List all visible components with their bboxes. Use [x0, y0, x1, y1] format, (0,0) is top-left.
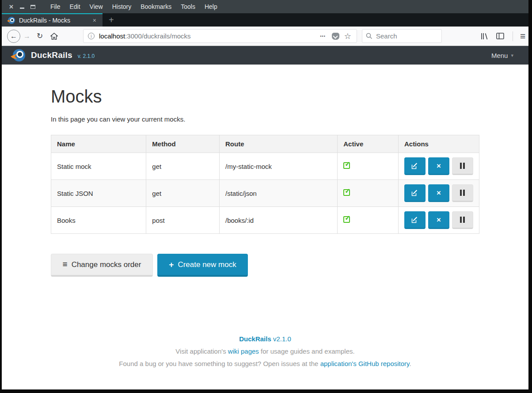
table-row: Books post /books/:id ✓ ✕ [51, 207, 479, 234]
reload-icon[interactable]: ↻ [34, 31, 46, 41]
cell-active: ✓ [338, 207, 399, 234]
edit-mock-button[interactable] [404, 184, 426, 202]
edit-icon [411, 190, 418, 196]
search-box[interactable] [362, 29, 442, 43]
sidebar-toggle-icon[interactable] [492, 33, 508, 39]
edit-mock-button[interactable] [404, 157, 426, 175]
footer: DuckRails v2.1.0 Visit application's wik… [51, 333, 479, 370]
page-title: Mocks [51, 87, 479, 107]
cell-actions: ✕ [398, 180, 479, 207]
footer-text: Found a bug or you have something to sug… [119, 360, 320, 367]
favicon-duckrails [7, 17, 15, 24]
page-subtitle: In this page you can view your current m… [51, 115, 479, 123]
chevron-down-icon: ▾ [511, 53, 513, 58]
cell-name: Static JSON [51, 180, 146, 207]
cell-method: get [146, 180, 220, 207]
footer-version-link[interactable]: v2.1.0 [273, 335, 291, 343]
browser-window: ✕ File Edit View History Bookmarks Tools… [0, 0, 532, 393]
url-bar[interactable]: i localhost:3000/duckrails/mocks ••• ☆ [83, 29, 357, 43]
footer-brand-link[interactable]: DuckRails [239, 335, 271, 343]
navbar-menu-dropdown[interactable]: Menu ▾ [491, 52, 520, 59]
create-new-mock-button[interactable]: + Create new mock [157, 254, 248, 277]
url-host: localhost [99, 32, 125, 40]
browser-menu-icon[interactable]: ≡ [517, 31, 528, 42]
url-text: localhost:3000/duckrails/mocks [99, 32, 317, 40]
cell-route: /static/json [219, 180, 337, 207]
menu-file[interactable]: File [50, 3, 61, 10]
new-tab-button[interactable]: + [103, 13, 120, 27]
cell-method: get [146, 153, 220, 180]
cell-name: Static mock [51, 153, 146, 180]
back-icon[interactable]: ← [7, 30, 20, 43]
menu-tools[interactable]: Tools [181, 3, 195, 10]
tab-bar: DuckRails - Mocks × + [2, 13, 528, 27]
cell-actions: ✕ [398, 153, 479, 180]
cell-name: Books [51, 207, 146, 234]
pause-mock-button[interactable] [452, 184, 473, 202]
menu-help[interactable]: Help [205, 3, 217, 10]
duckrails-logo[interactable] [11, 49, 25, 62]
minimize-window-icon[interactable] [20, 8, 24, 9]
footer-issues-line: Found a bug or you have something to sug… [51, 358, 479, 370]
app-version: v. 2.1.0 [78, 53, 95, 59]
table-actions-row: ≡ Change mocks order + Create new mock [51, 254, 479, 277]
header-method: Method [146, 135, 220, 153]
header-name: Name [51, 135, 146, 153]
toolbar-right: ≡ [476, 31, 528, 42]
cell-route: /books/:id [219, 207, 337, 234]
app-navbar: DuckRails v. 2.1.0 Menu ▾ [2, 46, 528, 65]
menu-view[interactable]: View [90, 3, 103, 10]
header-route: Route [219, 135, 337, 153]
change-mocks-order-button[interactable]: ≡ Change mocks order [51, 254, 153, 277]
tab-close-icon[interactable]: × [90, 17, 99, 24]
delete-mock-button[interactable]: ✕ [428, 184, 449, 202]
table-row: Static JSON get /static/json ✓ ✕ [51, 180, 479, 207]
cell-actions: ✕ [398, 207, 479, 234]
active-checkbox[interactable]: ✓ [343, 216, 350, 223]
tab-title: DuckRails - Mocks [19, 17, 90, 24]
maximize-window-icon[interactable] [30, 5, 35, 9]
footer-text: . [409, 360, 411, 367]
search-icon [366, 33, 372, 39]
tab-duckrails-mocks[interactable]: DuckRails - Mocks × [2, 13, 103, 27]
cell-active: ✓ [338, 153, 399, 180]
create-mock-label: Create new mock [178, 260, 236, 269]
edit-mock-button[interactable] [404, 211, 426, 229]
pause-mock-button[interactable] [452, 211, 473, 229]
table-row: Static mock get /my-static-mock ✓ ✕ [51, 153, 479, 180]
page-content: Mocks In this page you can view your cur… [2, 65, 528, 389]
site-info-icon[interactable]: i [88, 33, 95, 39]
github-repository-link[interactable]: application's GitHub repository [320, 360, 410, 367]
pause-icon [460, 190, 465, 196]
close-window-icon[interactable]: ✕ [9, 4, 14, 10]
menu-history[interactable]: History [112, 3, 132, 10]
delete-mock-button[interactable]: ✕ [428, 211, 449, 229]
menu-dropdown-label: Menu [491, 52, 508, 59]
menu-edit[interactable]: Edit [69, 3, 80, 10]
plus-icon: + [169, 260, 174, 270]
bookmark-star-icon[interactable]: ☆ [342, 31, 353, 41]
footer-text: for usage guides and examples. [259, 347, 355, 355]
brand-name[interactable]: DuckRails [31, 50, 72, 60]
header-active: Active [338, 135, 399, 153]
active-checkbox[interactable]: ✓ [343, 162, 350, 169]
home-icon[interactable] [48, 33, 60, 40]
page-actions-icon[interactable]: ••• [317, 34, 328, 38]
checkmark-icon: ✓ [345, 214, 350, 222]
active-checkbox[interactable]: ✓ [343, 189, 350, 196]
wiki-pages-link[interactable]: wiki pages [228, 347, 259, 355]
forward-icon[interactable]: → [21, 32, 33, 40]
search-input[interactable] [376, 32, 429, 40]
edit-icon [411, 217, 418, 223]
navigation-toolbar: ← → ↻ i localhost:3000/duckrails/mocks •… [2, 27, 528, 46]
footer-version-line: DuckRails v2.1.0 [51, 333, 479, 345]
reorder-icon: ≡ [63, 259, 68, 269]
edit-icon [411, 163, 418, 169]
pause-mock-button[interactable] [452, 157, 473, 175]
delete-mock-button[interactable]: ✕ [428, 157, 449, 175]
pause-icon [460, 163, 465, 169]
pocket-icon[interactable] [332, 33, 339, 40]
menu-bookmarks[interactable]: Bookmarks [141, 3, 171, 10]
library-icon[interactable] [476, 33, 492, 40]
url-path: :3000/duckrails/mocks [125, 32, 190, 40]
